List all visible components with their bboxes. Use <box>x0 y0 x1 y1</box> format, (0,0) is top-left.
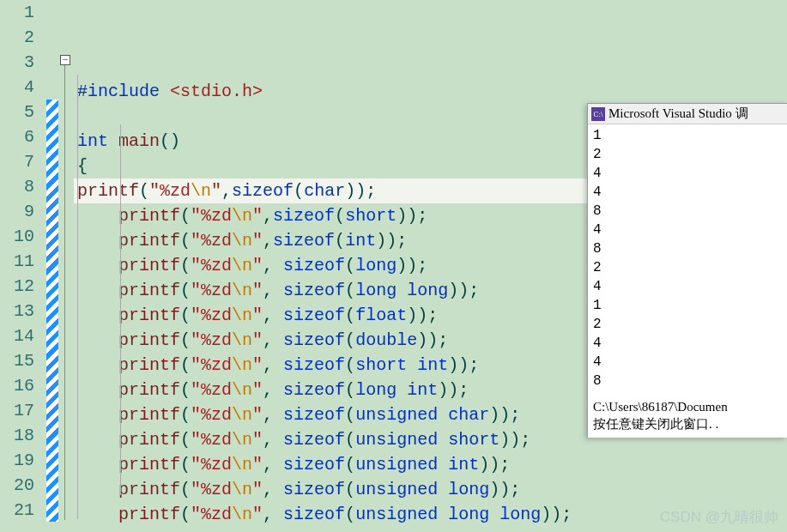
console-title-text: Microsoft Visual Studio 调 <box>608 106 748 122</box>
line-number: 20 <box>0 473 34 498</box>
line-number: 4 <box>0 75 34 100</box>
line-number: 7 <box>0 149 34 174</box>
line-number: 3 <box>0 50 34 75</box>
console-path: C:\Users\86187\Documen <box>593 398 782 415</box>
line-number: 10 <box>0 224 34 249</box>
console-footer: C:\Users\86187\Documen 按任意键关闭此窗口. . <box>593 398 782 432</box>
console-titlebar: C:\ Microsoft Visual Studio 调 <box>588 104 787 124</box>
indent-guide <box>120 124 121 495</box>
console-close-prompt: 按任意键关闭此窗口. . <box>593 415 782 432</box>
line-number: 11 <box>0 249 34 274</box>
line-number: 9 <box>0 199 34 224</box>
line-number: 19 <box>0 448 34 473</box>
console-body: 1 2 4 4 8 4 8 2 4 1 2 4 4 8 <box>588 124 787 392</box>
line-number: 8 <box>0 174 34 199</box>
fold-column: − <box>58 0 74 532</box>
line-number: 16 <box>0 373 34 398</box>
code-line[interactable] <box>74 527 787 532</box>
line-number: 6 <box>0 124 34 149</box>
line-number: 12 <box>0 274 34 299</box>
line-number: 1 <box>0 0 34 25</box>
line-number: 5 <box>0 100 34 124</box>
line-number: 17 <box>0 398 34 423</box>
change-marker-strip <box>46 0 58 532</box>
line-number-gutter: 123456789101112131415161718192021 <box>0 0 46 532</box>
line-number: 13 <box>0 299 34 323</box>
line-number: 2 <box>0 25 34 50</box>
vs-icon: C:\ <box>591 107 605 121</box>
console-output-window: C:\ Microsoft Visual Studio 调 1 2 4 4 8 … <box>587 103 787 438</box>
code-line[interactable]: printf("%zd\n", sizeof(unsigned int)); <box>74 452 787 477</box>
code-line[interactable]: printf("%zd\n", sizeof(unsigned long)); <box>74 477 787 502</box>
line-number: 21 <box>0 498 34 523</box>
line-number: 18 <box>0 423 34 448</box>
line-number: 15 <box>0 348 34 373</box>
line-number: 14 <box>0 323 34 348</box>
code-line[interactable]: #include <stdio.h> <box>74 79 787 104</box>
fold-line <box>64 65 65 520</box>
fold-toggle[interactable]: − <box>60 55 70 65</box>
watermark: CSDN @九晴很帅 <box>660 507 778 527</box>
modified-marker <box>46 100 58 522</box>
indent-guide <box>77 75 78 519</box>
